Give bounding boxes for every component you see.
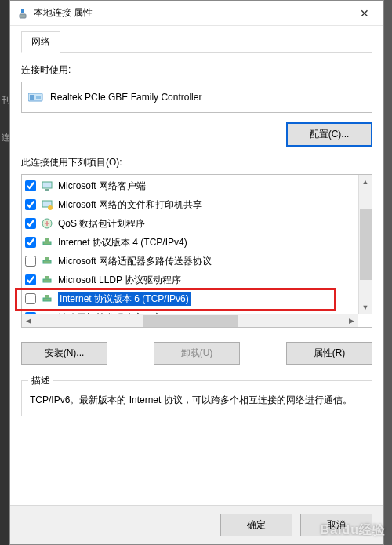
client-icon xyxy=(41,180,53,192)
cancel-button[interactable]: 取消 xyxy=(300,514,372,536)
nic-icon xyxy=(28,91,44,104)
item-checkbox[interactable] xyxy=(25,274,36,285)
close-button[interactable]: ✕ xyxy=(349,2,380,24)
tab-network[interactable]: 网络 xyxy=(21,31,60,53)
items-label: 此连接使用下列项目(O): xyxy=(21,156,372,169)
svg-rect-4 xyxy=(36,96,41,99)
adapter-display: Realtek PCIe GBE Family Controller xyxy=(21,82,372,113)
list-item[interactable]: Internet 协议版本 4 (TCP/IPv4) xyxy=(24,233,356,252)
description-legend: 描述 xyxy=(28,374,53,387)
properties-button[interactable]: 属性(R) xyxy=(286,342,372,365)
dialog-button-bar: 确定 取消 xyxy=(10,505,383,544)
protocol-icon xyxy=(41,236,53,249)
svg-rect-3 xyxy=(30,95,34,100)
svg-point-8 xyxy=(48,205,53,210)
item-checkbox[interactable] xyxy=(25,293,36,304)
description-text: TCP/IPv6。最新版本的 Internet 协议，可以跨多个相互连接的网络进… xyxy=(30,392,364,408)
scroll-down-button[interactable]: ▼ xyxy=(359,300,372,314)
qos-icon xyxy=(41,217,53,230)
svg-rect-16 xyxy=(43,298,51,301)
configure-button[interactable]: 配置(C)... xyxy=(286,122,372,147)
ok-button[interactable]: 确定 xyxy=(220,514,292,536)
window-title: 本地连接 属性 xyxy=(34,6,349,20)
svg-rect-10 xyxy=(43,242,51,245)
adapter-name: Realtek PCIe GBE Family Controller xyxy=(50,92,201,103)
close-icon: ✕ xyxy=(360,7,369,20)
svg-rect-5 xyxy=(42,182,52,188)
item-label: QoS 数据包计划程序 xyxy=(58,217,145,231)
properties-dialog: 本地连接 属性 ✕ 网络 连接时使用: Realtek PCIe GBE Fam… xyxy=(9,0,384,545)
list-item[interactable]: Microsoft 网络适配器多路传送器协议 xyxy=(24,252,356,271)
svg-rect-15 xyxy=(45,276,49,279)
item-checkbox[interactable] xyxy=(25,218,36,229)
scroll-thumb-horizontal[interactable] xyxy=(143,315,238,327)
scroll-left-button[interactable]: ◀ xyxy=(22,314,35,328)
item-checkbox[interactable] xyxy=(25,256,36,267)
protocol-icon xyxy=(41,255,53,267)
app-icon xyxy=(16,7,29,20)
list-item[interactable]: Microsoft 网络的文件和打印机共享 xyxy=(24,195,356,214)
svg-rect-14 xyxy=(43,279,51,282)
protocol-icon xyxy=(41,274,53,286)
horizontal-scrollbar[interactable]: ◀ ▶ xyxy=(22,314,358,327)
item-label: Microsoft 网络的文件和打印机共享 xyxy=(58,198,202,212)
tabstrip: 网络 xyxy=(21,32,372,53)
svg-rect-13 xyxy=(45,257,49,260)
titlebar: 本地连接 属性 ✕ xyxy=(10,1,383,26)
item-buttons-row: 安装(N)... 卸载(U) 属性(R) xyxy=(21,342,372,365)
svg-rect-11 xyxy=(45,238,49,242)
protocol-icon xyxy=(41,292,53,305)
connect-using-label: 连接时使用: xyxy=(21,64,372,77)
item-checkbox[interactable] xyxy=(25,180,36,191)
items-scroll-area[interactable]: Microsoft 网络客户端 Microsoft 网络的文件和打印机共享 Qo… xyxy=(21,174,372,328)
vertical-scrollbar[interactable]: ▲ ▼ xyxy=(358,175,372,314)
svg-rect-17 xyxy=(45,295,49,298)
item-label: Internet 协议版本 6 (TCP/IPv6) xyxy=(58,292,191,306)
item-label: Microsoft 网络客户端 xyxy=(58,180,146,193)
scroll-up-button[interactable]: ▲ xyxy=(359,175,372,188)
items-listbox: Microsoft 网络客户端 Microsoft 网络的文件和打印机共享 Qo… xyxy=(21,174,372,328)
svg-rect-0 xyxy=(21,9,24,13)
dialog-body: 网络 连接时使用: Realtek PCIe GBE Family Contro… xyxy=(10,26,383,505)
list-item[interactable]: Internet 协议版本 6 (TCP/IPv6) xyxy=(24,289,356,308)
background-strip: 刊 连 xyxy=(0,0,9,545)
description-group: 描述 TCP/IPv6。最新版本的 Internet 协议，可以跨多个相互连接的… xyxy=(21,380,372,416)
list-item[interactable]: QoS 数据包计划程序 xyxy=(24,214,356,233)
item-label: Microsoft 网络适配器多路传送器协议 xyxy=(58,255,212,268)
scroll-right-button[interactable]: ▶ xyxy=(345,314,358,328)
scroll-thumb-vertical[interactable] xyxy=(360,209,372,280)
svg-rect-1 xyxy=(20,14,26,18)
item-checkbox[interactable] xyxy=(25,199,36,210)
install-button[interactable]: 安装(N)... xyxy=(21,342,107,365)
item-label: Microsoft LLDP 协议驱动程序 xyxy=(58,274,181,287)
item-checkbox[interactable] xyxy=(25,237,36,248)
item-label: Internet 协议版本 4 (TCP/IPv4) xyxy=(58,236,187,249)
service-icon xyxy=(41,198,53,211)
svg-rect-12 xyxy=(43,260,51,263)
svg-rect-6 xyxy=(45,189,49,191)
uninstall-button[interactable]: 卸载(U) xyxy=(154,342,240,365)
list-item[interactable]: Microsoft LLDP 协议驱动程序 xyxy=(24,271,356,289)
list-item[interactable]: Microsoft 网络客户端 xyxy=(24,176,356,195)
